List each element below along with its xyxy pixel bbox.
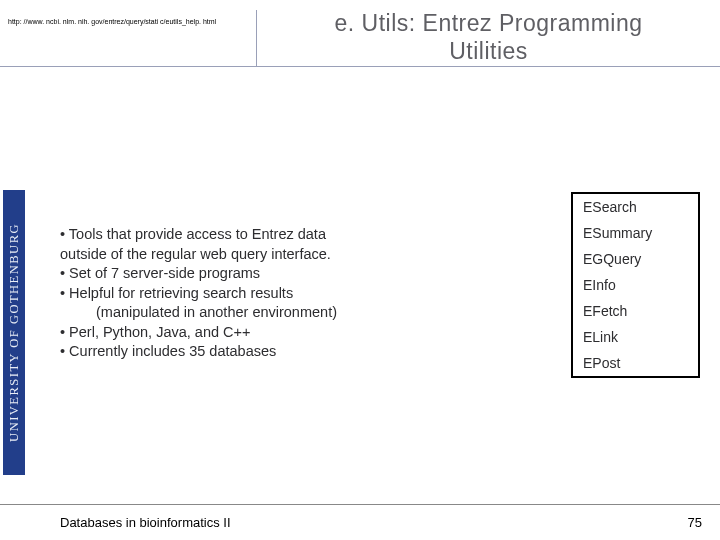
bullet-3: • Helpful for retrieving search results [60,284,510,304]
bullet-3-sub: (manipulated in another environment) [60,303,510,323]
sidebar-logo: UNIVERSITY OF GOTHENBURG [3,190,25,475]
bullet-4: • Perl, Python, Java, and C++ [60,323,510,343]
slide-title: e. Utils: Entrez Programming Utilities [273,10,712,65]
slide-header: http: //www. ncbi. nlm. nih. gov/entrez/… [0,0,720,67]
header-url: http: //www. ncbi. nlm. nih. gov/entrez/… [8,10,248,26]
table-row: EGQuery [573,246,698,272]
sidebar-logo-text: UNIVERSITY OF GOTHENBURG [7,223,22,442]
bullet-2: • Set of 7 server-side programs [60,264,510,284]
table-row: ESearch [573,194,698,220]
title-line-1: e. Utils: Entrez Programming [335,10,643,36]
header-divider [256,10,257,66]
page-number: 75 [688,515,702,530]
title-line-2: Utilities [449,38,528,64]
footer-title: Databases in bioinformatics II [60,515,231,530]
bullet-1-line-a: • Tools that provide access to Entrez da… [60,225,510,245]
bullet-1-line-b: outside of the regular web query interfa… [60,245,510,265]
table-row: ELink [573,324,698,350]
bullet-5: • Currently includes 35 databases [60,342,510,362]
main-content: • Tools that provide access to Entrez da… [60,225,510,362]
table-row: EFetch [573,298,698,324]
table-row: ESummary [573,220,698,246]
table-row: EInfo [573,272,698,298]
slide-footer: Databases in bioinformatics II 75 [0,504,720,540]
table-row: EPost [573,350,698,376]
utilities-table: ESearch ESummary EGQuery EInfo EFetch EL… [571,192,700,378]
